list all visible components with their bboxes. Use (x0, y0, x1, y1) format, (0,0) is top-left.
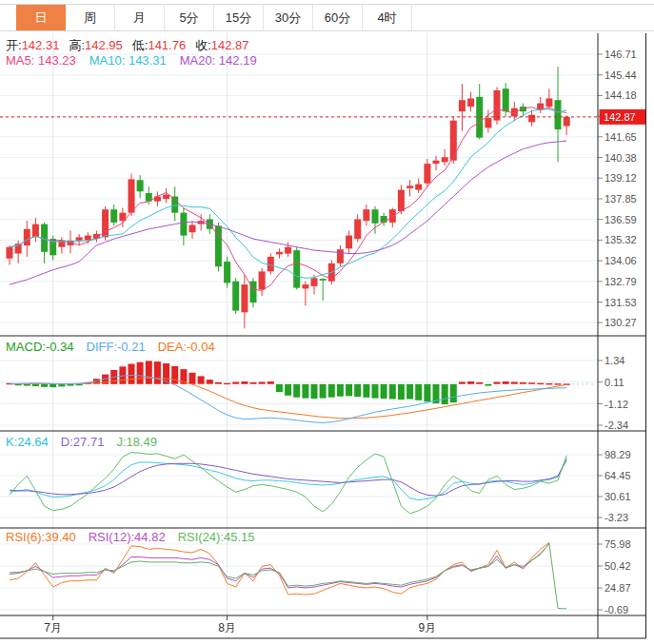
ma20-line (10, 141, 566, 284)
period-tab-bar: 日周月5分15分30分60分4时 (0, 4, 654, 31)
candle-body (433, 161, 440, 164)
candle-body (424, 164, 430, 184)
macd-bar (154, 361, 161, 384)
macd-bar (372, 384, 379, 399)
macd-bar (511, 382, 518, 384)
candle-body (259, 271, 266, 289)
macd-bar (389, 384, 396, 400)
tab-period-3[interactable]: 5分 (165, 5, 214, 30)
indicator-value-label: MACD:-0.34 (6, 340, 74, 354)
candle-body (354, 220, 361, 240)
axis-tick-label: 64.45 (604, 470, 631, 481)
macd-bar (302, 384, 308, 399)
axis-tick-label: 139.12 (604, 172, 637, 184)
candle-body (442, 157, 448, 162)
month-label: 9月 (419, 621, 437, 634)
axis-tick-label: 140.38 (604, 152, 637, 164)
macd-bar (241, 381, 248, 384)
macd-bar (76, 384, 83, 385)
candle-body (137, 180, 144, 191)
axis-tick-label: 136.59 (604, 214, 637, 225)
macd-bar (207, 380, 213, 384)
macd-bar (537, 383, 544, 384)
candle-body (545, 99, 552, 107)
candle-body (7, 247, 13, 259)
tab-period-2[interactable]: 月 (115, 5, 165, 30)
macd-bar (528, 382, 535, 384)
candle-body (467, 99, 474, 107)
candle-body (337, 249, 344, 263)
macd-bar (545, 383, 552, 384)
ma-field: MA10: 143.31 (89, 53, 167, 68)
candle-body (564, 117, 570, 127)
macd-bar (285, 384, 291, 396)
quote-field: 低:141.76 (132, 38, 186, 52)
axis-tick-label: 24.87 (604, 582, 631, 594)
macd-bar (555, 383, 562, 384)
candle-body (494, 90, 501, 121)
ma-field: MA5: 143.23 (6, 53, 76, 68)
candle-body (232, 282, 239, 311)
axis-tick-label: 130.27 (604, 317, 637, 328)
indicator-value-label: K:24.64 (6, 435, 49, 449)
candle-body (406, 185, 413, 188)
macd-bar (442, 384, 448, 404)
tab-period-5[interactable]: 30分 (264, 5, 313, 30)
macd-bar (129, 364, 135, 384)
quote-field: 高:142.95 (69, 38, 122, 52)
tab-period-7[interactable]: 4时 (363, 5, 412, 30)
macd-bar (381, 384, 387, 399)
axis-tick-label: 50.42 (604, 560, 631, 572)
macd-bar (189, 373, 196, 384)
macd-bar (337, 384, 344, 397)
indicator-value-label: J:18.49 (116, 435, 157, 449)
macd-bar (354, 384, 361, 397)
axis-tick-label: 132.79 (604, 276, 637, 287)
macd-bar (485, 384, 491, 386)
candle-body (163, 195, 169, 199)
tab-period-6[interactable]: 60分 (313, 5, 363, 30)
candle-body (129, 179, 135, 212)
stock-chart-app: 146.71145.44144.18141.65140.38139.12137.… (0, 0, 654, 644)
macd-bar (232, 382, 239, 384)
macd-bar (398, 384, 405, 400)
macd-bar (424, 384, 430, 402)
macd-bar (494, 382, 501, 384)
macd-bar (450, 384, 457, 402)
indicator-value-label: RSI(12):44.82 (89, 530, 166, 544)
tab-period-0[interactable]: 日 (16, 5, 66, 30)
axis-tick-label: 1.34 (604, 355, 624, 366)
ma-field: MA20: 142.19 (180, 53, 257, 68)
axis-tick-label: 135.32 (604, 234, 637, 245)
candle-body (372, 209, 379, 224)
candle-body (528, 115, 535, 123)
axis-tick-label: -3.23 (604, 512, 628, 523)
macd-bar (459, 382, 466, 384)
axis-tick-label: 131.53 (604, 297, 637, 308)
macd-bar (476, 382, 483, 384)
tab-period-1[interactable]: 周 (66, 5, 115, 30)
ma-values-row: MA5: 143.23MA10: 143.31MA20: 142.19 (6, 53, 270, 68)
candle-body (189, 225, 196, 233)
axis-tick-label: 137.85 (604, 193, 637, 205)
tab-period-4[interactable]: 15分 (214, 5, 264, 30)
macd-bar (41, 384, 48, 387)
macd-bar (467, 381, 474, 384)
candle-body (459, 100, 466, 111)
macd-bar (268, 381, 274, 384)
axis-tick-label: 144.18 (604, 89, 637, 101)
macd-bar (363, 384, 369, 398)
macd-bar (250, 382, 257, 384)
candle-body (250, 282, 257, 302)
chart-canvas[interactable]: 146.71145.44144.18141.65140.38139.12137.… (0, 0, 654, 644)
candle-body (346, 236, 352, 249)
macd-bar (137, 362, 144, 384)
candle-body (241, 284, 248, 312)
macd-bar (32, 384, 39, 386)
candle-body (285, 247, 291, 254)
candle-body (485, 118, 491, 127)
macd-bar (215, 382, 222, 384)
quote-field: 开:142.31 (6, 38, 59, 52)
macd-bar (415, 384, 422, 400)
kdj-labels-row: K:24.64D:27.71J:18.49 (6, 435, 169, 449)
